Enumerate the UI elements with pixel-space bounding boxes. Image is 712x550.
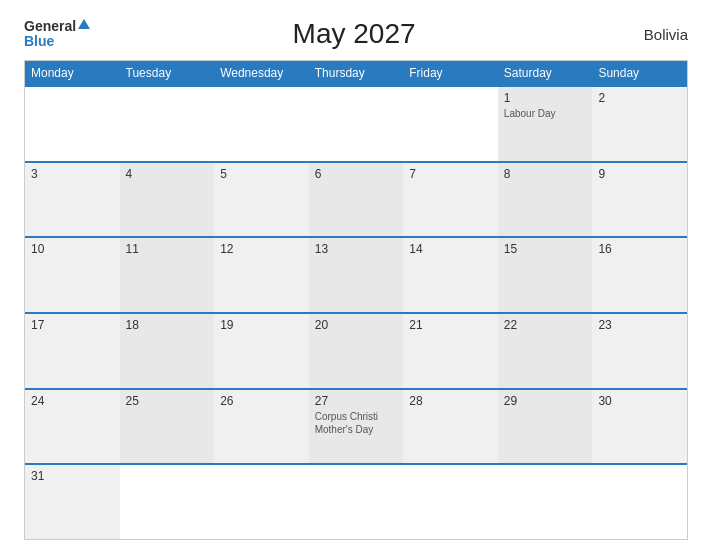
cell-number: 29 bbox=[504, 394, 587, 408]
table-row: 28 bbox=[403, 390, 498, 464]
header-tuesday: Tuesday bbox=[120, 61, 215, 85]
table-row bbox=[120, 465, 215, 539]
cell-number: 11 bbox=[126, 242, 209, 256]
week-grid-4: 24252627Corpus Christi Mother's Day28293… bbox=[25, 390, 687, 464]
week-grid-2: 10111213141516 bbox=[25, 238, 687, 312]
table-row: 5 bbox=[214, 163, 309, 237]
table-row: 26 bbox=[214, 390, 309, 464]
table-row: 9 bbox=[592, 163, 687, 237]
table-row: 30 bbox=[592, 390, 687, 464]
table-row bbox=[498, 465, 593, 539]
table-row: 13 bbox=[309, 238, 404, 312]
header-thursday: Thursday bbox=[309, 61, 404, 85]
week-wrapper-2: 10111213141516 bbox=[25, 236, 687, 312]
table-row: 15 bbox=[498, 238, 593, 312]
table-row: 10 bbox=[25, 238, 120, 312]
cell-number: 22 bbox=[504, 318, 587, 332]
cell-number: 27 bbox=[315, 394, 398, 408]
week-grid-1: 3456789 bbox=[25, 163, 687, 237]
week-grid-5: 31 bbox=[25, 465, 687, 539]
logo-general: General bbox=[24, 19, 76, 33]
week-grid-3: 17181920212223 bbox=[25, 314, 687, 388]
cell-number: 8 bbox=[504, 167, 587, 181]
week-wrapper-1: 3456789 bbox=[25, 161, 687, 237]
table-row: 2 bbox=[592, 87, 687, 161]
logo-blue: Blue bbox=[24, 33, 54, 49]
table-row: 23 bbox=[592, 314, 687, 388]
cell-number: 5 bbox=[220, 167, 303, 181]
cell-number: 7 bbox=[409, 167, 492, 181]
cell-number: 10 bbox=[31, 242, 114, 256]
cell-number: 2 bbox=[598, 91, 681, 105]
table-row bbox=[403, 465, 498, 539]
calendar-title: May 2027 bbox=[90, 18, 618, 50]
cell-number: 19 bbox=[220, 318, 303, 332]
table-row: 6 bbox=[309, 163, 404, 237]
cell-number: 12 bbox=[220, 242, 303, 256]
table-row: 12 bbox=[214, 238, 309, 312]
cell-number: 3 bbox=[31, 167, 114, 181]
table-row: 11 bbox=[120, 238, 215, 312]
table-row bbox=[214, 465, 309, 539]
table-row: 16 bbox=[592, 238, 687, 312]
table-row: 21 bbox=[403, 314, 498, 388]
cell-number: 26 bbox=[220, 394, 303, 408]
cell-number: 9 bbox=[598, 167, 681, 181]
cell-number: 30 bbox=[598, 394, 681, 408]
country-label: Bolivia bbox=[618, 26, 688, 43]
table-row: 7 bbox=[403, 163, 498, 237]
weeks-container: 1Labour Day23456789101112131415161718192… bbox=[25, 85, 687, 539]
table-row: 18 bbox=[120, 314, 215, 388]
logo-triangle-icon bbox=[78, 19, 90, 29]
table-row: 19 bbox=[214, 314, 309, 388]
table-row bbox=[214, 87, 309, 161]
table-row bbox=[592, 465, 687, 539]
page: General Blue May 2027 Bolivia Monday Tue… bbox=[0, 0, 712, 550]
day-headers: Monday Tuesday Wednesday Thursday Friday… bbox=[25, 61, 687, 85]
table-row: 22 bbox=[498, 314, 593, 388]
table-row: 20 bbox=[309, 314, 404, 388]
cell-number: 15 bbox=[504, 242, 587, 256]
cell-number: 25 bbox=[126, 394, 209, 408]
cell-number: 28 bbox=[409, 394, 492, 408]
week-wrapper-3: 17181920212223 bbox=[25, 312, 687, 388]
table-row bbox=[309, 87, 404, 161]
cell-number: 1 bbox=[504, 91, 587, 105]
week-wrapper-0: 1Labour Day2 bbox=[25, 85, 687, 161]
cell-number: 13 bbox=[315, 242, 398, 256]
cell-number: 23 bbox=[598, 318, 681, 332]
cell-number: 21 bbox=[409, 318, 492, 332]
cell-event: Labour Day bbox=[504, 107, 587, 120]
cell-number: 17 bbox=[31, 318, 114, 332]
cell-number: 18 bbox=[126, 318, 209, 332]
cell-event: Corpus Christi Mother's Day bbox=[315, 410, 398, 436]
header-sunday: Sunday bbox=[592, 61, 687, 85]
table-row: 4 bbox=[120, 163, 215, 237]
cell-number: 6 bbox=[315, 167, 398, 181]
table-row bbox=[309, 465, 404, 539]
calendar: Monday Tuesday Wednesday Thursday Friday… bbox=[24, 60, 688, 540]
header-friday: Friday bbox=[403, 61, 498, 85]
table-row: 25 bbox=[120, 390, 215, 464]
table-row: 3 bbox=[25, 163, 120, 237]
week-wrapper-5: 31 bbox=[25, 463, 687, 539]
header-saturday: Saturday bbox=[498, 61, 593, 85]
logo: General Blue bbox=[24, 19, 90, 49]
cell-number: 4 bbox=[126, 167, 209, 181]
table-row: 14 bbox=[403, 238, 498, 312]
table-row bbox=[120, 87, 215, 161]
table-row: 24 bbox=[25, 390, 120, 464]
table-row: 27Corpus Christi Mother's Day bbox=[309, 390, 404, 464]
table-row bbox=[403, 87, 498, 161]
cell-number: 20 bbox=[315, 318, 398, 332]
week-wrapper-4: 24252627Corpus Christi Mother's Day28293… bbox=[25, 388, 687, 464]
cell-number: 24 bbox=[31, 394, 114, 408]
table-row bbox=[25, 87, 120, 161]
table-row: 8 bbox=[498, 163, 593, 237]
table-row: 1Labour Day bbox=[498, 87, 593, 161]
cell-number: 16 bbox=[598, 242, 681, 256]
table-row: 31 bbox=[25, 465, 120, 539]
table-row: 29 bbox=[498, 390, 593, 464]
cell-number: 14 bbox=[409, 242, 492, 256]
header-wednesday: Wednesday bbox=[214, 61, 309, 85]
